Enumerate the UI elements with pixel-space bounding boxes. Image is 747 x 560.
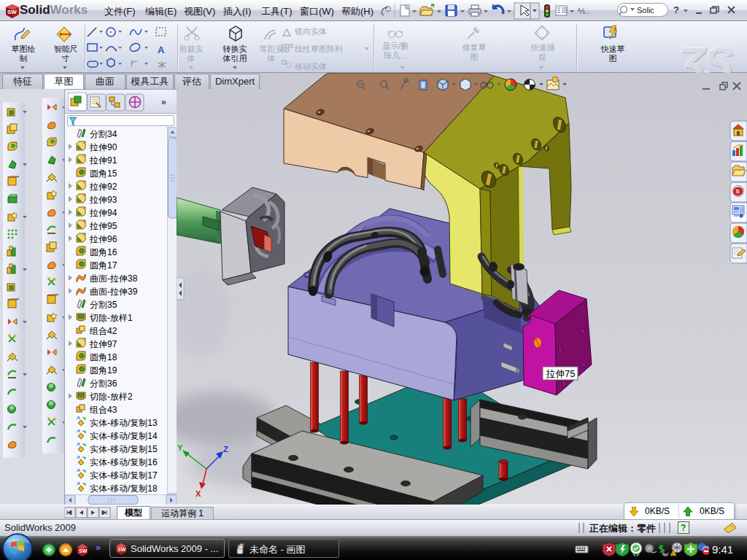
svg-text:SW: SW [79,548,88,553]
svg-text:拉伸75: 拉伸75 [546,368,575,379]
svg-text:?: ? [681,523,686,533]
svg-text:»: » [161,97,166,107]
svg-text:S: S [736,188,740,195]
svg-text:SW: SW [7,9,17,15]
svg-text:⅍..: ⅍.. [577,7,589,15]
svg-text:Solic: Solic [637,6,654,15]
svg-text:Z: Z [223,445,228,454]
svg-text:A: A [158,44,165,55]
svg-text:Y: Y [177,443,183,452]
svg-text:»: » [96,543,101,553]
svg-text:SW: SW [117,547,126,552]
svg-text:!: ! [673,552,674,556]
svg-text:X: X [196,489,201,498]
